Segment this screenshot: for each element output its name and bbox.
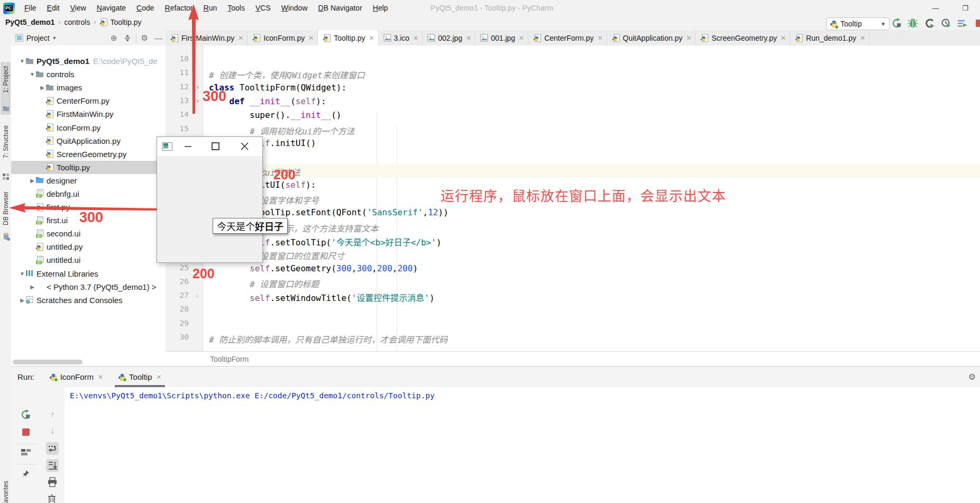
tree-item--python-3.7-pyqt5-demo1-[interactable]: ▶< Python 3.7 (PyQt5_demo1) > <box>11 280 166 294</box>
chevron-right-icon[interactable]: ▶ <box>19 297 25 303</box>
close-icon[interactable]: ✕ <box>238 34 243 42</box>
tree-item-tooltip.py[interactable]: Tooltip.py <box>11 161 166 174</box>
debug-button[interactable] <box>908 18 918 29</box>
tree-item-pyqt5-demo1[interactable]: ▼PyQt5_demo1E:\code\PyQt5_de <box>11 54 166 68</box>
print-icon[interactable] <box>47 477 58 488</box>
down-arrow-icon[interactable]: ↓ <box>47 426 58 436</box>
run-tab-iconform[interactable]: IconForm✕ <box>49 367 103 387</box>
project-header-title[interactable]: Project <box>26 34 50 42</box>
tree-item-scratches-and-consoles[interactable]: ▶Scratches and Consoles <box>11 294 166 307</box>
pin-icon[interactable] <box>21 469 31 480</box>
chevron-right-icon[interactable]: ▶ <box>39 85 45 90</box>
tree-item-debnfg.ui[interactable]: Qtdebnfg.ui <box>11 187 166 200</box>
sidebar-item-project[interactable]: 1: Project <box>1 62 11 115</box>
stop-button[interactable] <box>975 18 980 29</box>
fold-arrow-icon[interactable]: ∨ <box>196 98 199 104</box>
run-tab-tooltip[interactable]: Tooltip✕ <box>118 367 161 387</box>
chevron-down-icon[interactable]: ▼ <box>52 35 57 41</box>
editor-tab-iconform-py[interactable]: IconForm.py✕ <box>248 30 318 45</box>
tree-item-untitled.ui[interactable]: Qtuntitled.ui <box>11 253 166 267</box>
gear-icon[interactable]: ⚙ <box>968 372 976 382</box>
editor-tab-run-demo1-py[interactable]: Run_demo1.py✕ <box>790 30 869 45</box>
menu-edit[interactable]: Edit <box>42 0 65 16</box>
qt-app-window[interactable] <box>157 136 263 263</box>
close-icon[interactable]: ✕ <box>413 34 418 42</box>
close-icon[interactable]: ✕ <box>519 34 524 42</box>
run-console[interactable]: E:\venvs\PyQt5_demo1\Scripts\python.exe … <box>65 387 980 503</box>
soft-wrap-icon[interactable] <box>46 442 59 455</box>
minimize-button[interactable]: — <box>924 0 947 16</box>
tree-item-iconform.py[interactable]: IconForm.py <box>11 121 166 134</box>
menu-vcs[interactable]: VCS <box>250 0 276 16</box>
editor-tab-tooltip-py[interactable]: Tooltip.py✕ <box>318 30 378 45</box>
hide-panel-icon[interactable]: — <box>154 34 162 42</box>
locate-icon[interactable]: ⊕ <box>111 34 117 42</box>
menu-window[interactable]: Window <box>276 0 313 16</box>
close-icon[interactable]: ✕ <box>860 34 865 42</box>
menu-refactor[interactable]: Refactor <box>160 0 198 16</box>
sidebar-item-favorites[interactable]: 2: Favorites <box>1 480 11 503</box>
tree-item-untitled.py[interactable]: untitled.py <box>11 240 166 253</box>
editor-tab-quitapplication-py[interactable]: QuitApplication.py✕ <box>607 30 696 45</box>
tree-item-external-libraries[interactable]: ▼External Libraries <box>11 267 166 280</box>
up-arrow-icon[interactable]: ↑ <box>47 409 58 420</box>
tree-item-screengeometry.py[interactable]: ScreenGeometry.py <box>11 148 166 161</box>
menu-tools[interactable]: Tools <box>222 0 250 16</box>
run-configuration-select[interactable]: Tooltip ▼ <box>826 17 890 30</box>
breadcrumb-file[interactable]: Tooltip.py <box>110 18 141 26</box>
qt-close-button[interactable] <box>234 137 255 156</box>
qt-minimize-button[interactable] <box>177 137 198 156</box>
fold-marker-icon[interactable]: ⌂ <box>196 292 199 298</box>
chevron-down-icon[interactable]: ▼ <box>19 58 25 64</box>
menu-run[interactable]: Run <box>198 0 223 16</box>
run-with-parameters-button[interactable] <box>957 18 967 29</box>
close-icon[interactable]: ✕ <box>598 34 603 42</box>
sidebar-item-db-browser[interactable]: DB Browser <box>1 190 11 244</box>
tree-item-second.ui[interactable]: Qtsecond.ui <box>11 227 166 240</box>
editor-tab-firstmainwin-py[interactable]: FirstMainWin.py✕ <box>166 30 248 45</box>
rerun-icon[interactable] <box>21 409 31 420</box>
editor-tab-001-jpg[interactable]: 001.jpg✕ <box>475 30 528 45</box>
editor-tab-centerform-py[interactable]: CenterForm.py✕ <box>528 30 607 45</box>
editor-tab-002-jpg[interactable]: 002.jpg✕ <box>423 30 475 45</box>
horizontal-scrollbar[interactable] <box>13 360 83 364</box>
editor-tab-screengeometry-py[interactable]: ScreenGeometry.py✕ <box>695 30 790 45</box>
close-icon[interactable]: ✕ <box>98 373 103 381</box>
coverage-button[interactable] <box>941 18 951 29</box>
menu-file[interactable]: File <box>19 0 42 16</box>
close-icon[interactable]: ✕ <box>369 34 374 42</box>
menu-view[interactable]: View <box>65 0 91 16</box>
tree-item-firstmainwin.py[interactable]: FirstMainWin.py <box>11 107 166 121</box>
sidebar-item-structure[interactable]: 7: Structure <box>1 124 11 182</box>
close-icon[interactable]: ✕ <box>781 34 786 42</box>
chevron-right-icon[interactable]: ▶ <box>29 284 35 290</box>
close-icon[interactable]: ✕ <box>686 34 691 42</box>
current-class-breadcrumb[interactable]: TooltipForm <box>210 355 249 363</box>
gear-icon[interactable]: ⚙ <box>141 34 148 42</box>
menu-code[interactable]: Code <box>131 0 159 16</box>
breadcrumb-project[interactable]: PyQt5_demo1 <box>5 18 54 26</box>
editor-tab-3-ico[interactable]: 3.ico✕ <box>379 30 423 45</box>
breadcrumb-folder[interactable]: controls <box>64 18 90 26</box>
fold-arrow-icon[interactable]: ∨ <box>196 84 199 90</box>
restore-layout-icon[interactable] <box>21 448 31 459</box>
run-button[interactable] <box>892 18 902 29</box>
collapse-all-icon[interactable] <box>124 34 131 42</box>
tree-item-quitapplication.py[interactable]: QuitApplication.py <box>11 134 166 148</box>
chevron-right-icon[interactable]: ▶ <box>29 178 35 184</box>
stop-icon[interactable] <box>22 428 32 438</box>
chevron-down-icon[interactable]: ▼ <box>19 271 25 277</box>
qt-window-title-bar[interactable] <box>157 137 262 156</box>
close-icon[interactable]: ✕ <box>466 34 471 42</box>
tree-item-centerform.py[interactable]: CenterForm.py <box>11 94 166 107</box>
restore-button[interactable]: ❐ <box>954 0 977 16</box>
profile-button[interactable] <box>924 18 935 29</box>
close-icon[interactable]: ✕ <box>156 373 161 381</box>
tree-item-controls[interactable]: ▼controls <box>11 68 166 81</box>
menu-db-navigator[interactable]: DB Navigator <box>313 0 368 16</box>
tree-item-images[interactable]: ▶images <box>11 81 166 94</box>
menu-navigate[interactable]: Navigate <box>91 0 131 16</box>
chevron-down-icon[interactable]: ▼ <box>29 71 35 77</box>
qt-maximize-button[interactable] <box>205 137 226 156</box>
tree-item-designer[interactable]: ▶designer <box>11 174 166 187</box>
